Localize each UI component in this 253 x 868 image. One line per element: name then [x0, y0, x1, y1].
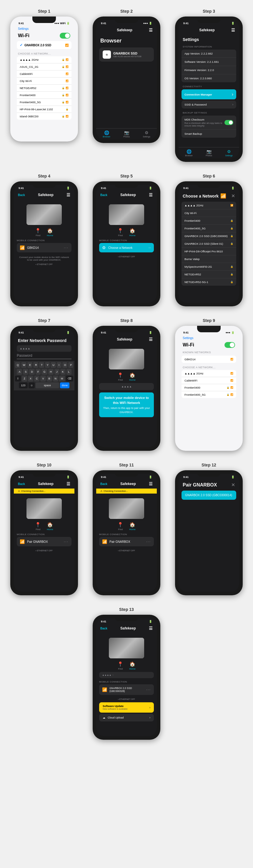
connection-manager-btn[interactable]: Connection Manager ›: [182, 89, 236, 99]
key-delete[interactable]: ⌫: [66, 376, 73, 381]
list-item[interactable]: GNARBOX 2.0 SSD (Silent 01) 🔒: [182, 240, 236, 248]
key-t[interactable]: T: [39, 362, 44, 368]
menu-icon-8[interactable]: ☰: [149, 337, 153, 342]
key-j[interactable]: J: [55, 369, 60, 375]
close-icon-12[interactable]: ✕: [231, 482, 235, 488]
find-tab-5[interactable]: 📍 Find: [117, 228, 123, 237]
back-btn[interactable]: Settings: [18, 27, 29, 30]
wifi-toggle[interactable]: [60, 33, 70, 39]
choose-network-btn-5[interactable]: ⚙ Choose a Network ···: [99, 243, 154, 252]
tab-browser[interactable]: 🌐 Browser: [103, 130, 110, 138]
list-item[interactable]: HP-Print-D8-Officejet Pro 8610: [182, 248, 236, 255]
selected-network[interactable]: ✓ GNARBOX 2.0 SSD 📶: [17, 41, 71, 49]
menu-icon-3[interactable]: ☰: [231, 28, 235, 32]
back-btn-5[interactable]: Back: [100, 193, 107, 197]
key-c[interactable]: C: [34, 376, 40, 381]
find-tab-4[interactable]: 📍 Find: [35, 228, 41, 237]
key-k[interactable]: K: [60, 369, 66, 375]
key-emoji[interactable]: ☺: [29, 382, 35, 388]
list-item[interactable]: City Wi-Fi 📶: [17, 78, 71, 85]
list-item[interactable]: CableWiFi 📶: [182, 377, 236, 384]
key-space[interactable]: space: [36, 382, 59, 388]
key-a[interactable]: A: [17, 369, 22, 375]
back-btn-9[interactable]: Settings: [183, 336, 193, 340]
key-s[interactable]: S: [23, 369, 28, 375]
back-btn-10[interactable]: Back: [18, 483, 25, 486]
key-l[interactable]: L: [67, 369, 71, 375]
key-d[interactable]: D: [29, 369, 35, 375]
list-item[interactable]: CableWiFi 📶: [17, 70, 71, 78]
menu-icon-4[interactable]: ☰: [67, 192, 70, 197]
list-item[interactable]: ▲▲▲▲ 2GHz 🔒📶: [17, 56, 71, 63]
home-tab-13[interactable]: 🏠 Home: [129, 661, 135, 670]
home-tab-8[interactable]: 🏠 Home: [129, 372, 135, 381]
tab-browser-3[interactable]: 🌐 Browser: [185, 149, 193, 157]
key-z[interactable]: Z: [22, 376, 27, 381]
list-item[interactable]: GNARBOX 2.0 SSD (GBC200000) 🔒: [182, 232, 236, 240]
menu-icon-10[interactable]: ☰: [67, 482, 70, 486]
list-item[interactable]: NETGEAR52-5G-1 🔒: [182, 278, 236, 286]
back-btn-4[interactable]: Back: [18, 193, 25, 197]
menu-icon-5[interactable]: ☰: [149, 192, 153, 197]
key-y[interactable]: Y: [45, 362, 50, 368]
key-m[interactable]: M: [59, 376, 65, 381]
list-item[interactable]: NETGEAR52 🔒: [182, 271, 236, 278]
pair-device-item[interactable]: GNARBOX 2.0 SSD (GBC0300014): [182, 491, 236, 500]
back-btn-11[interactable]: Back: [100, 483, 107, 486]
md5-toggle[interactable]: [224, 120, 233, 125]
key-p[interactable]: P: [68, 362, 73, 368]
key-r[interactable]: R: [33, 362, 38, 368]
list-item[interactable]: HP-Print-99-LaserJet 1102 🔒: [17, 106, 71, 113]
known-network-item[interactable]: GBKD14 📶: [182, 355, 236, 363]
cloud-upload-btn-13[interactable]: ☁ Cloud Upload ›: [99, 714, 154, 721]
key-q[interactable]: Q: [15, 362, 20, 368]
password-placeholder-7[interactable]: Password: [17, 353, 71, 358]
key-shift[interactable]: ⇧: [15, 376, 21, 381]
key-n[interactable]: N: [53, 376, 59, 381]
key-h[interactable]: H: [48, 369, 54, 375]
tab-photos-3[interactable]: 📷 Photos: [206, 149, 212, 157]
list-item[interactable]: Frontier0400 🔒📶: [17, 92, 71, 99]
home-tab-5[interactable]: 🏠 Home: [129, 228, 135, 237]
list-item[interactable]: Burne Valep: [182, 255, 236, 263]
tab-settings[interactable]: ⚙ Settings: [143, 130, 150, 138]
wifi-toggle-9[interactable]: [224, 342, 235, 348]
find-tab-11[interactable]: 📍 Find: [117, 522, 123, 531]
close-icon-6[interactable]: ✕: [231, 193, 235, 199]
find-tab-8[interactable]: 📍 Find: [117, 372, 123, 381]
list-item[interactable]: island-36BCD0 🔒📶: [17, 113, 71, 120]
list-item[interactable]: City Wi-Fi: [182, 209, 236, 217]
ssid-password-item[interactable]: SSID & Password ›: [182, 100, 236, 108]
home-tab-11[interactable]: 🏠 Home: [129, 522, 135, 531]
list-item[interactable]: Frontier0400 🔒📶: [182, 384, 236, 391]
key-v[interactable]: V: [40, 376, 46, 381]
key-w[interactable]: W: [21, 362, 27, 368]
list-item[interactable]: ASUS_CG_2G 🔒📶: [17, 63, 71, 70]
list-item[interactable]: Frontier0400_5G 🔒📶: [17, 99, 71, 106]
home-tab-10[interactable]: 🏠 Home: [47, 522, 53, 531]
key-123[interactable]: 123: [19, 382, 28, 388]
key-i[interactable]: I: [57, 362, 62, 368]
list-item[interactable]: ▲▲▲▲ 2GHz 📶: [182, 202, 236, 209]
key-f[interactable]: F: [36, 369, 41, 375]
menu-icon[interactable]: ☰: [149, 28, 153, 32]
find-tab-13[interactable]: 📍 Find: [117, 661, 123, 670]
home-tab-4[interactable]: 🏠 Home: [47, 228, 53, 237]
key-o[interactable]: O: [62, 362, 68, 368]
list-item[interactable]: Frontier0400 🔒: [182, 217, 236, 225]
menu-icon-13[interactable]: ☰: [149, 626, 153, 631]
list-item[interactable]: Frontier0400_5G 🔒📶: [182, 391, 236, 398]
list-item[interactable]: MySpectrumWiFi0-2G 🔒: [182, 263, 236, 271]
list-item[interactable]: NETGEAR52 🔒📶: [17, 85, 71, 92]
key-g[interactable]: G: [41, 369, 47, 375]
key-e[interactable]: E: [27, 362, 32, 368]
gnarbox-card[interactable]: G GNARBOX SSD GB-XL00-secret-45737038: [99, 48, 154, 62]
key-b[interactable]: B: [47, 376, 52, 381]
list-item[interactable]: ▲▲▲▲ 2GHz 📶: [182, 370, 236, 377]
key-u[interactable]: U: [50, 362, 56, 368]
key-x[interactable]: X: [28, 376, 33, 381]
find-tab-10[interactable]: 📍 Find: [35, 522, 41, 531]
tab-photos[interactable]: 📷 Photos: [123, 130, 130, 138]
list-item[interactable]: Frontier0400_5G 🔒: [182, 225, 236, 232]
back-btn-13[interactable]: Back: [100, 627, 107, 630]
